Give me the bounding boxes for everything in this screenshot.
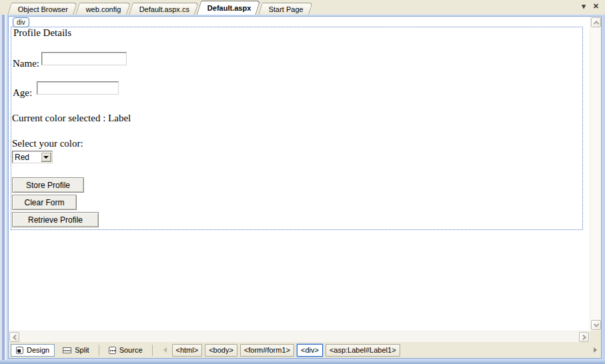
name-label: Name: [13, 58, 39, 69]
scroll-down-button[interactable] [591, 320, 601, 330]
color-dropdown-value: Red [13, 153, 41, 162]
age-label: Age: [13, 87, 32, 99]
dropdown-arrow-button[interactable] [41, 152, 51, 162]
split-view-label: Split [75, 346, 89, 354]
tab-label: Default.aspx [207, 4, 251, 12]
chevron-right-icon [580, 334, 586, 339]
tab-default-aspx[interactable]: Default.aspx [197, 1, 261, 15]
tab-web-config[interactable]: web.config [75, 3, 130, 15]
dropdown-arrow-icon [43, 156, 49, 159]
close-icon[interactable]: ✕ [593, 3, 599, 10]
tab-label: Object Browser [18, 5, 68, 13]
source-view-label: Source [119, 346, 143, 354]
tab-label: Default.aspx.cs [139, 5, 189, 13]
document-panel-inner: div Profile Details Name: Age: Current c… [8, 16, 602, 359]
source-view-icon [109, 347, 116, 354]
tab-object-browser[interactable]: Object Browser [7, 3, 77, 15]
select-color-label: Select your color: [12, 138, 83, 149]
store-profile-button[interactable]: Store Profile [12, 177, 84, 193]
design-surface: div Profile Details Name: Age: Current c… [9, 17, 590, 331]
vs-document-window: Object Browser web.config Default.aspx.c… [0, 0, 605, 364]
tag-path-html[interactable]: <html> [172, 344, 203, 357]
tab-label: Start Page [269, 5, 304, 13]
horizontal-scrollbar[interactable] [9, 331, 590, 342]
design-view-button[interactable]: Design [11, 344, 55, 357]
age-input[interactable] [37, 81, 119, 95]
window-frame-left [0, 15, 7, 364]
chevron-left-icon [163, 347, 167, 353]
retrieve-profile-button[interactable]: Retrieve Profile [12, 212, 99, 227]
vertical-scrollbar[interactable] [590, 17, 601, 331]
scroll-up-button[interactable] [591, 17, 601, 27]
design-view-label: Design [27, 346, 49, 354]
split-view-icon [63, 347, 71, 353]
tab-default-aspx-cs[interactable]: Default.aspx.cs [129, 3, 199, 15]
chevron-up-icon [593, 21, 598, 26]
tag-path-body[interactable]: <body> [205, 344, 237, 357]
scrollbar-corner [590, 331, 601, 342]
chevron-left-icon [13, 334, 18, 339]
tag-path-scroll-right-button[interactable] [591, 343, 600, 356]
split-view-button[interactable]: Split [57, 344, 94, 357]
profile-details-heading: Profile Details [13, 27, 71, 39]
div-element-tag-label[interactable]: div [13, 17, 29, 27]
clear-form-button[interactable]: Clear Form [12, 195, 77, 210]
color-dropdown[interactable]: Red [12, 151, 53, 163]
view-switch-bar: Design Split Source <html> <body> <form# [9, 342, 601, 358]
scroll-left-button[interactable] [9, 332, 19, 342]
source-view-button[interactable]: Source [103, 344, 148, 357]
scroll-right-button[interactable] [579, 332, 589, 342]
tag-path-div[interactable]: <div> [297, 344, 323, 357]
tab-strip-controls: ▾ ✕ [582, 3, 599, 10]
current-color-status: Current color selected : Label [12, 113, 131, 124]
chevron-right-icon [594, 347, 597, 353]
chevron-down-icon[interactable]: ▾ [582, 3, 586, 10]
tag-path-scroll-left-button[interactable] [161, 344, 169, 357]
tab-start-page[interactable]: Start Page [258, 3, 313, 15]
window-frame-bottom [0, 360, 605, 364]
tab-label: web.config [86, 5, 121, 13]
separator [152, 345, 153, 356]
name-input[interactable] [41, 52, 127, 65]
separator [99, 345, 99, 356]
chevron-down-icon [593, 321, 598, 327]
design-view-icon [16, 347, 23, 354]
tag-path-form[interactable]: <form#form1> [240, 344, 294, 357]
tag-path-asp-label[interactable]: <asp:Label#Label1> [326, 344, 400, 357]
document-panel: div Profile Details Name: Age: Current c… [7, 15, 603, 360]
document-tab-strip: Object Browser web.config Default.aspx.c… [0, 0, 605, 15]
